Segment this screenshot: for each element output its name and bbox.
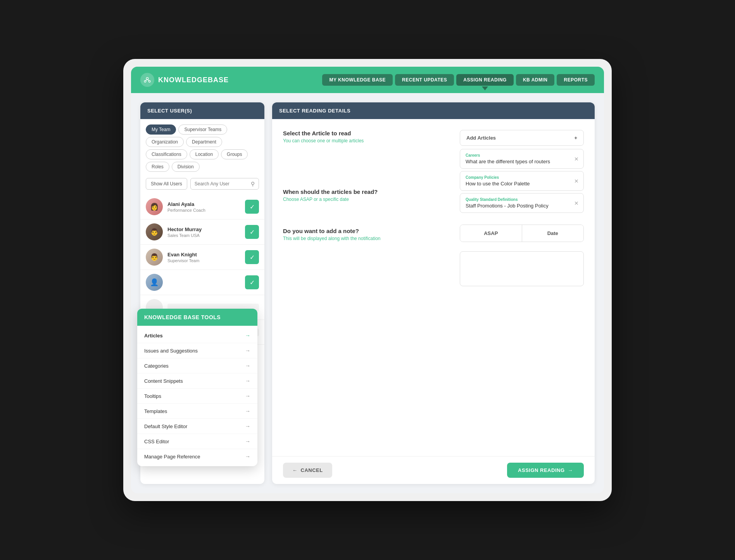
kb-tools-list: Articles → Issues and Suggestions → Cate… (137, 326, 257, 466)
kb-tools-item-templates[interactable]: Templates → (137, 404, 257, 419)
add-articles-button[interactable]: Add Articles + (460, 130, 584, 146)
avatar-alani: 👩 (146, 198, 163, 215)
filter-division[interactable]: Division (172, 162, 200, 172)
article-tag-3: Quality Standard Definitions Staff Promo… (460, 193, 584, 213)
date-button[interactable]: Date (522, 225, 584, 242)
svg-point-0 (146, 78, 148, 80)
kb-tools-item-page-reference[interactable]: Manage Page Reference → (137, 449, 257, 464)
svg-line-4 (147, 80, 150, 81)
filter-supervisor-teams[interactable]: Supervisor Teams (178, 124, 227, 135)
svg-point-1 (144, 80, 146, 82)
svg-point-2 (148, 80, 150, 82)
filter-location[interactable]: Location (190, 149, 219, 159)
remove-article-3[interactable]: ✕ (574, 200, 579, 206)
article-category-1: Careers (466, 153, 578, 157)
kb-tools-item-issues[interactable]: Issues and Suggestions → (137, 343, 257, 358)
kb-tools-item-categories[interactable]: Categories → (137, 358, 257, 373)
filter-organization[interactable]: Organization (146, 137, 184, 147)
user-info-evan: Evan Knight Supervisor Team (167, 252, 240, 263)
kb-tools-item-snippets[interactable]: Content Snippets → (137, 373, 257, 389)
tab-my-knowledge-base[interactable]: MY KNOWLEDGE BASE (322, 74, 393, 86)
tab-reports[interactable]: REPORTS (557, 74, 595, 86)
check-button-hector[interactable]: ✓ (245, 225, 259, 239)
articles-container: Add Articles + Careers What are the diff… (460, 130, 584, 215)
article-tag-1: Careers What are the different types of … (460, 149, 584, 169)
arrow-icon-style-editor: → (245, 423, 250, 429)
nav-tabs: MY KNOWLEDGE BASE RECENT UPDATES ASSIGN … (322, 74, 595, 86)
check-button-alani[interactable]: ✓ (245, 200, 259, 214)
filter-my-team[interactable]: My Team (146, 124, 176, 135)
search-input[interactable] (195, 181, 248, 187)
filter-department[interactable]: Department (186, 137, 222, 147)
tab-recent-updates[interactable]: RECENT UPDATES (395, 74, 454, 86)
article-category-2: Company Policies (466, 175, 578, 180)
filter-groups[interactable]: Groups (221, 149, 248, 159)
cancel-button[interactable]: ← CANCEL (283, 463, 332, 478)
tab-assign-reading[interactable]: ASSIGN READING (456, 74, 514, 86)
kb-tools-panel: KNOWLEDGE BASE TOOLS Articles → Issues a… (137, 309, 257, 466)
search-row: Show All Users ⚲ (140, 175, 264, 194)
note-textarea[interactable] (460, 251, 584, 286)
remove-article-1[interactable]: ✕ (574, 156, 579, 162)
logo-icon (140, 73, 154, 87)
arrow-icon-issues: → (245, 347, 250, 354)
user-info-alani: Alani Ayala Performance Coach (167, 201, 240, 213)
kb-tools-header: KNOWLEDGE BASE TOOLS (137, 309, 257, 326)
avatar-evan: 👨 (146, 249, 163, 266)
user-name-alani: Alani Ayala (167, 201, 240, 207)
svg-line-3 (145, 80, 148, 81)
filter-tabs: My Team Supervisor Teams Organization De… (140, 119, 264, 175)
user-item-hector: 👨 Hector Murray Sales Team USA ✓ (140, 220, 264, 245)
arrow-icon-articles: → (245, 332, 250, 339)
article-tag-2: Company Policies How to use the Color Pa… (460, 171, 584, 191)
assign-reading-button[interactable]: ASSIGN READING → (507, 463, 584, 478)
user-item-alani: 👩 Alani Ayala Performance Coach ✓ (140, 194, 264, 220)
kb-tools-item-tooltips[interactable]: Tooltips → (137, 389, 257, 404)
nav-bar: KNOWLEDGEBASE MY KNOWLEDGE BASE RECENT U… (131, 67, 604, 93)
user-item-4: 👤 ✓ (140, 270, 264, 295)
article-name-3: Staff Promotions - Job Posting Policy (466, 203, 578, 209)
note-section-label: Do you want to add a note? This will be … (283, 228, 448, 241)
user-role-evan: Supervisor Team (167, 258, 240, 263)
user-info-4 (167, 282, 240, 283)
note-title: Do you want to add a note? (283, 228, 448, 234)
show-all-button[interactable]: Show All Users (146, 178, 187, 190)
plus-icon: + (574, 135, 577, 141)
filter-roles[interactable]: Roles (146, 162, 169, 172)
article-name-1: What are the different types of routers (466, 159, 578, 164)
check-button-4[interactable]: ✓ (245, 275, 259, 289)
app-title: KNOWLEDGEBASE (158, 76, 229, 84)
article-subtitle: You can choose one or multiple articles (283, 138, 448, 143)
user-role-alani: Performance Coach (167, 208, 240, 213)
user-item-evan: 👨 Evan Knight Supervisor Team ✓ (140, 245, 264, 270)
when-section-label: When should the articles be read? Choose… (283, 188, 448, 202)
avatar-hector: 👨 (146, 223, 163, 240)
right-panel: SELECT READING DETAILS Select the Articl… (272, 102, 595, 484)
article-category-3: Quality Standard Definitions (466, 197, 578, 202)
app-logo: KNOWLEDGEBASE (140, 73, 229, 87)
left-arrow-icon: ← (292, 467, 298, 473)
arrow-icon-page-reference: → (245, 453, 250, 460)
arrow-icon-snippets: → (245, 378, 250, 384)
select-reading-header: SELECT READING DETAILS (272, 102, 595, 119)
tab-kb-admin[interactable]: KB ADMIN (516, 74, 555, 86)
remove-article-2[interactable]: ✕ (574, 178, 579, 184)
select-users-header: SELECT USER(S) (140, 102, 264, 119)
kb-tools-item-articles[interactable]: Articles → (137, 328, 257, 343)
right-content: Select the Article to read You can choos… (272, 119, 595, 456)
user-info-hector: Hector Murray Sales Team USA (167, 226, 240, 238)
arrow-icon-categories: → (245, 363, 250, 369)
kb-tools-item-css-editor[interactable]: CSS Editor → (137, 434, 257, 449)
search-icon: ⚲ (251, 181, 255, 187)
kb-tools-item-style-editor[interactable]: Default Style Editor → (137, 419, 257, 434)
when-title: When should the articles be read? (283, 188, 448, 195)
check-button-evan[interactable]: ✓ (245, 250, 259, 264)
right-labels: Select the Article to read You can choos… (283, 130, 448, 445)
asap-button[interactable]: ASAP (460, 225, 522, 242)
right-arrow-icon: → (568, 467, 573, 473)
when-subtitle: Choose ASAP or a specific date (283, 197, 448, 202)
search-box[interactable]: ⚲ (190, 178, 259, 190)
right-controls: Add Articles + Careers What are the diff… (460, 130, 584, 445)
filter-classifications[interactable]: Classifications (146, 149, 187, 159)
article-section-label: Select the Article to read You can choos… (283, 130, 448, 143)
